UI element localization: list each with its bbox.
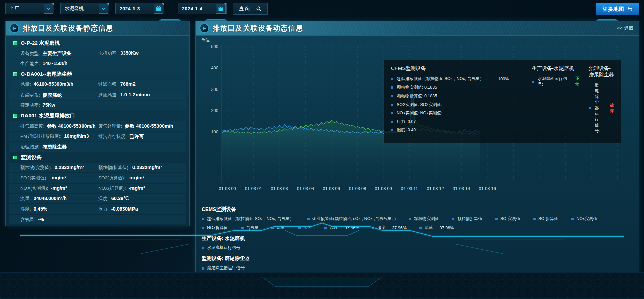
info-row: 布袋材质:覆膜涤纶过滤风速:1.0-1.2m/min: [9, 90, 186, 100]
info-cell: 排气筒高度:参数 46100-55300m/h: [20, 123, 98, 129]
info-value: 0.2332mg/m³: [132, 165, 162, 170]
legend-item[interactable]: 颗粒物折算值: [452, 216, 482, 222]
start-date-value: 2024-1-3: [120, 6, 140, 11]
tooltip-item: 磨尾除尘器运行信号:故障: [589, 82, 614, 134]
chevron-down-icon[interactable]: [99, 4, 108, 14]
info-label: 压力:: [98, 206, 109, 212]
info-cell: 过滤风速:1.0-1.2m/min: [98, 92, 150, 98]
legend-square-icon: [532, 81, 534, 83]
query-button[interactable]: 查询: [233, 3, 268, 15]
info-cell: 废气处理量:参数 46100-55300m/h: [98, 123, 173, 129]
svg-text:400: 400: [211, 65, 218, 70]
info-cell: 布袋材质:覆膜涤纶: [20, 92, 98, 98]
calendar-icon[interactable]: [154, 4, 163, 14]
legend-item[interactable]: 温度37.96%: [324, 225, 359, 231]
legend-item[interactable]: SO:实测值: [495, 216, 520, 222]
search-icon: [256, 6, 262, 12]
info-label: 排污许可状况:: [98, 134, 127, 140]
info-cell: 流量:24048.000m³/h: [20, 196, 98, 202]
legend-item[interactable]: NOx实测值: [571, 216, 597, 222]
info-value: 覆膜涤纶: [43, 92, 62, 98]
plant-select[interactable]: 全厂: [5, 3, 54, 14]
info-row: 风量:46100-55300m3/h过滤面积:768m2: [9, 80, 186, 89]
info-row: SO2(实测值):-mg/m³SO2(折算值):-mg/m³: [9, 173, 186, 183]
legend-item-value: 37.96%: [392, 226, 406, 230]
info-row: 生产能力:140~150t/h: [9, 59, 186, 68]
info-cell: SO2(折算值):-mg/m³: [98, 175, 144, 181]
legend-item[interactable]: SO:折算值: [533, 216, 558, 222]
tooltip-column: 生产设备-水泥磨机水泥磨机运行信号:正常: [532, 65, 582, 138]
switch-map-button[interactable]: 切换地图 ⇆: [596, 3, 639, 15]
legend-item[interactable]: 流速37.96%: [419, 225, 454, 231]
legend-item[interactable]: 颗粒物实测值: [409, 216, 439, 222]
legend-square-icon: [391, 121, 393, 123]
legend-square-icon: [391, 95, 393, 97]
legend-item[interactable]: 压力: [298, 225, 312, 231]
info-cell: 颗粒物(实测值):0.2332mg/m³: [20, 165, 98, 171]
device-select[interactable]: 水泥磨机: [60, 3, 109, 14]
switch-map-label: 切换地图: [603, 6, 624, 12]
info-value: 参数 46100-55300m/h: [47, 123, 95, 129]
end-date-value: 2024-1-4: [182, 6, 202, 11]
legend-square-icon: [241, 227, 244, 229]
info-row: 治理措施:布袋除尘器: [9, 142, 186, 152]
tooltip-item-label: 颗粒物折算值: 0.1835: [397, 93, 437, 99]
info-label: 温度:: [98, 196, 109, 202]
info-label: 布袋材质:: [20, 92, 40, 98]
start-date-input[interactable]: 2024-1-3: [115, 3, 164, 14]
legend-item-value: 37.96%: [440, 226, 454, 230]
calendar-icon[interactable]: [216, 4, 226, 14]
info-label: 颗粒物(实测值):: [20, 165, 52, 171]
legend-item[interactable]: 湿度37.96%: [372, 225, 406, 231]
chart-legends: CEMS监测设备超低排放限值（颗拉物:5: SOz-; NOx; 含氧量）企业预…: [202, 201, 633, 274]
chevron-down-icon[interactable]: [44, 4, 53, 14]
dynamic-info-title: 排放口及关联设备动态信息: [213, 23, 303, 33]
chart-tooltip: CEMS监测设备超低排放限值（颗拉物:5: SOz-; NOx; 含氧量）：10…: [384, 60, 621, 143]
info-label: 废气处理量:: [98, 123, 122, 129]
legend-square-icon: [202, 218, 204, 220]
svg-text:300: 300: [211, 87, 218, 92]
svg-text:01-03 16: 01-03 16: [479, 186, 496, 191]
info-row: 颗粒物(实测值):0.2332mg/m³颗粒物(折算值):0.2332mg/m³: [9, 163, 186, 172]
tooltip-item: 湿度: 0.49: [391, 127, 525, 133]
legend-item[interactable]: 含氧量: [241, 225, 259, 231]
info-label: SO2(实测值):: [20, 175, 47, 181]
info-label: 治理措施:: [20, 144, 40, 150]
legend-square-icon: [271, 227, 274, 229]
section-header: DA001-水泥磨尾排放口: [9, 111, 186, 120]
info-cell: 过滤面积:768m2: [98, 81, 136, 87]
section-header: O-P-22 水泥磨机: [9, 38, 186, 48]
info-value: 参数 46100-55300m/h: [125, 123, 173, 129]
legend-item[interactable]: 流量: [271, 225, 285, 231]
legend-item[interactable]: 超低排放限值（颗拉物:5: SOz-; NOx; 含氧量）: [202, 216, 294, 222]
legend-item[interactable]: 水泥磨机运行信号: [202, 245, 240, 251]
legend-item[interactable]: 企业预警值(颗粒物:4; sOz-; NOx-;含氧气量:-): [307, 216, 396, 222]
info-value: 10mg/Nm3: [64, 133, 89, 139]
legend-square-icon: [324, 227, 327, 229]
svg-text:500: 500: [211, 44, 218, 49]
legend-square-icon: [533, 218, 536, 220]
info-value: 75Kw: [43, 102, 55, 108]
dynamic-info-panel: ▶ 排放口及关联设备动态信息 << 返回 100200300400500单位01…: [195, 21, 639, 272]
info-cell: 生产能力:140~150t/h: [20, 61, 98, 67]
section-bullet-icon: [13, 72, 17, 76]
legend-item-value: 37.96%: [345, 226, 359, 230]
info-value: -mg/m³: [51, 185, 67, 191]
legend-item-label: NOx实测值: [576, 216, 597, 222]
legend-square-icon: [409, 218, 411, 220]
legend-square-icon: [391, 78, 393, 80]
play-icon: ▶: [10, 24, 19, 33]
back-link[interactable]: << 返回: [617, 25, 634, 32]
legend-square-icon: [452, 218, 454, 220]
tooltip-column-title: 生产设备-水泥磨机: [532, 65, 582, 72]
legend-square-icon: [202, 267, 204, 270]
play-icon: ▶: [200, 24, 209, 33]
legend-item[interactable]: 磨尾除尘器运行信号: [202, 265, 245, 271]
dynamic-info-header: ▶ 排放口及关联设备动态信息: [196, 21, 639, 36]
end-date-input[interactable]: 2024-1-4: [178, 3, 227, 14]
svg-text:01-03 08: 01-03 08: [349, 186, 366, 191]
legend-item-label: 流速: [425, 225, 433, 231]
section-bullet-icon: [13, 114, 17, 118]
legend-item[interactable]: NOx折算值: [202, 225, 228, 231]
tooltip-item: 颗粒物折算值: 0.1835: [391, 93, 525, 99]
